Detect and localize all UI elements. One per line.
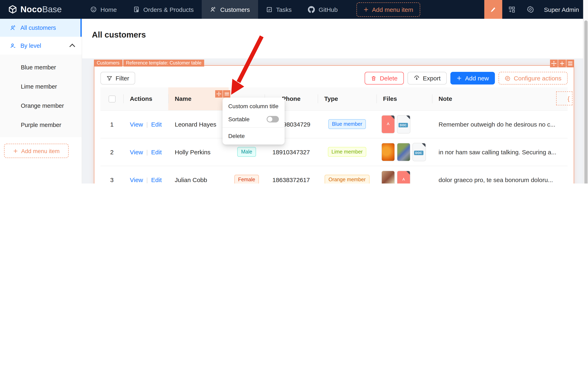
- top-navbar: NocoBase Home Orders & Products Customer…: [0, 0, 588, 19]
- edit-link[interactable]: Edit: [151, 148, 162, 155]
- configure-actions-button[interactable]: Configure actions: [499, 72, 568, 84]
- nav-item-github[interactable]: GitHub: [300, 0, 346, 19]
- select-all-checkbox[interactable]: [109, 96, 115, 102]
- customers-people-icon: [210, 6, 217, 13]
- grid-plus-icon: [508, 6, 515, 13]
- sidebar-item-blue-member[interactable]: Blue member: [0, 58, 82, 77]
- nav-item-label: GitHub: [319, 6, 338, 13]
- pdf-file-thumbnail[interactable]: [397, 170, 410, 184]
- sortable-toggle[interactable]: [267, 116, 279, 123]
- delete-button[interactable]: Delete: [365, 72, 404, 84]
- add-menu-item-label: Add menu item: [21, 148, 60, 154]
- doc-label: DOC: [399, 123, 408, 127]
- designer-label-template: Reference template: Customer table: [123, 60, 204, 67]
- row-index: 1: [101, 110, 123, 138]
- menu-item-custom-column-title[interactable]: Custom column title: [223, 100, 285, 113]
- edit-link[interactable]: Edit: [151, 121, 162, 128]
- nav-item-label: Tasks: [276, 6, 292, 13]
- column-menu-icon[interactable]: [223, 90, 230, 98]
- navbar-add-menu-item-button[interactable]: Add menu item: [356, 2, 420, 17]
- add-column-button[interactable]: {: [556, 92, 572, 105]
- image-file-thumbnail[interactable]: [381, 143, 395, 161]
- table-row: 2View|EditHolly PerkinsMale18910347327Li…: [101, 138, 568, 166]
- brand-light: Base: [42, 5, 62, 14]
- add-new-button[interactable]: Add new: [450, 72, 495, 84]
- column-header-note[interactable]: Note: [432, 87, 568, 110]
- doc-label: DOC: [414, 150, 423, 155]
- table-card: Filter Delete Export Add n: [94, 66, 574, 184]
- tag-badge: Lime member: [328, 147, 367, 157]
- add-block-icon[interactable]: [558, 60, 566, 67]
- sidebar-item-all-customers[interactable]: All customers: [0, 19, 82, 37]
- column-header-type[interactable]: Type: [318, 87, 377, 110]
- row-index: 2: [101, 138, 123, 166]
- filter-button[interactable]: Filter: [101, 72, 135, 84]
- nav-item-home[interactable]: Home: [82, 0, 125, 19]
- sidebar-item-purple-member[interactable]: Purple member: [0, 115, 82, 134]
- sidebar-add-menu-item-button[interactable]: Add menu item: [4, 144, 69, 158]
- delete-label: Delete: [380, 75, 397, 82]
- plugin-manager-button[interactable]: [502, 0, 521, 19]
- view-link[interactable]: View: [130, 148, 143, 155]
- configure-actions-label: Configure actions: [514, 75, 562, 82]
- column-header-actions[interactable]: Actions: [123, 87, 168, 110]
- menu-item-sortable[interactable]: Sortable: [223, 113, 285, 126]
- export-label: Export: [423, 75, 441, 82]
- add-new-label: Add new: [465, 75, 489, 82]
- sortable-label: Sortable: [228, 116, 250, 123]
- block-menu-icon[interactable]: [566, 60, 574, 67]
- github-icon: [308, 6, 315, 13]
- image-file-thumbnail[interactable]: [381, 170, 395, 184]
- nav-item-customers[interactable]: Customers: [202, 0, 258, 19]
- edit-link[interactable]: Edit: [151, 176, 162, 183]
- orders-document-icon: [133, 6, 140, 13]
- table-row: 1View|EditLeonard Hayes98034729Blue memb…: [101, 110, 568, 138]
- export-button[interactable]: Export: [407, 72, 447, 84]
- plus-icon: [13, 148, 18, 153]
- vertical-scrollbar[interactable]: [583, 0, 588, 184]
- nav-item-orders-products[interactable]: Orders & Products: [125, 0, 202, 19]
- tag-badge: Female: [234, 175, 259, 184]
- cell-name: Leonard Hayes: [168, 110, 229, 138]
- column-drag-handle-icon[interactable]: [215, 90, 223, 98]
- page-content: Customers Reference template: Customer t…: [82, 58, 588, 184]
- nav-item-tasks[interactable]: Tasks: [258, 0, 300, 19]
- user-menu[interactable]: Super Admin: [540, 6, 588, 13]
- highlighter-icon: [490, 6, 497, 13]
- menu-item-delete[interactable]: Delete: [223, 129, 285, 142]
- row-index: 3: [101, 166, 123, 184]
- image-file-thumbnail[interactable]: [397, 143, 410, 161]
- chevron-up-icon: [69, 44, 75, 50]
- sidebar-item-orange-member[interactable]: Orange member: [0, 96, 82, 115]
- by-level-submenu: Blue memberLime memberOrange memberPurpl…: [0, 55, 82, 137]
- filter-label: Filter: [116, 75, 129, 82]
- gear-icon: [505, 75, 511, 81]
- sidebar-item-label: All customers: [20, 25, 56, 31]
- action-divider: |: [146, 176, 148, 183]
- cell-name: Holly Perkins: [168, 138, 229, 166]
- tag-badge: Blue member: [328, 119, 366, 129]
- sidebar-item-by-level[interactable]: By level: [0, 37, 82, 55]
- column-header-files[interactable]: Files: [377, 87, 432, 110]
- sidebar-item-lime-member[interactable]: Lime member: [0, 77, 82, 96]
- table-toolbar: Filter Delete Export Add n: [101, 72, 568, 84]
- brand-logo[interactable]: NocoBase: [0, 5, 82, 14]
- doc-file-thumbnail[interactable]: DOC: [412, 143, 426, 161]
- usergroup-icon: [10, 25, 16, 31]
- add-menu-item-label: Add menu item: [372, 6, 413, 13]
- drag-handle-icon[interactable]: [550, 60, 558, 67]
- nocobase-app: NocoBase Home Orders & Products Customer…: [0, 0, 588, 184]
- page-fold-icon: [406, 170, 410, 175]
- cell-phone: 18638372617: [265, 166, 318, 184]
- ui-editor-toggle-button[interactable]: [484, 0, 502, 19]
- doc-file-thumbnail[interactable]: DOC: [397, 115, 410, 133]
- pdf-file-thumbnail[interactable]: [381, 115, 395, 133]
- row-actions: View|Edit: [123, 138, 168, 166]
- cell-name: Julian Cobb: [168, 166, 229, 184]
- view-link[interactable]: View: [130, 121, 143, 128]
- view-link[interactable]: View: [130, 176, 143, 183]
- gear-icon: [527, 6, 534, 13]
- scrollbar-thumb[interactable]: [584, 20, 588, 184]
- settings-gear-button[interactable]: [521, 0, 540, 19]
- navbar-right-cluster: Super Admin: [484, 0, 588, 19]
